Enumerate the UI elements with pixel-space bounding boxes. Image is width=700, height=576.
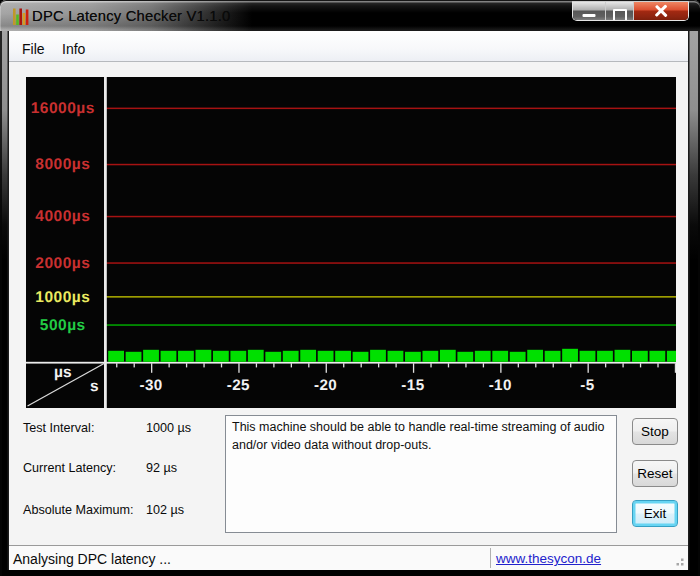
svg-text:2000µs: 2000µs	[35, 255, 90, 272]
svg-text:-20: -20	[314, 377, 337, 394]
svg-text:-15: -15	[401, 377, 424, 394]
svg-text:16000µs: 16000µs	[31, 100, 95, 117]
svg-text:s: s	[90, 378, 99, 395]
svg-text:-25: -25	[227, 377, 250, 394]
svg-text:-10: -10	[489, 377, 512, 394]
svg-text:µs: µs	[54, 364, 72, 381]
svg-text:1000µs: 1000µs	[35, 289, 90, 306]
svg-text:4000µs: 4000µs	[35, 208, 90, 225]
svg-text:500µs: 500µs	[40, 317, 86, 334]
svg-text:8000µs: 8000µs	[35, 156, 90, 173]
svg-text:-30: -30	[139, 377, 162, 394]
svg-text:-5: -5	[580, 377, 594, 394]
